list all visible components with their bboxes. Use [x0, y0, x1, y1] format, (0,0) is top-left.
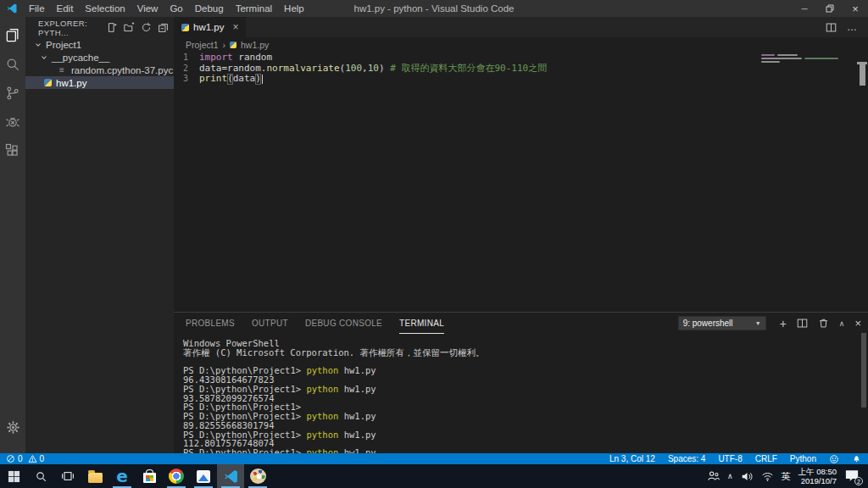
minimap[interactable] — [761, 54, 854, 64]
feedback-smiley-icon[interactable] — [829, 454, 839, 464]
vscode-logo-icon — [6, 3, 18, 14]
panel-tab-debug-console[interactable]: DEBUG CONSOLE — [305, 313, 382, 334]
kill-terminal-icon[interactable] — [818, 318, 829, 329]
terminal-line: PS D:\python\Project1> python hw1.py — [183, 385, 856, 394]
explorer-header: EXPLORER: PYTH... — [25, 17, 174, 36]
panel-tab-terminal[interactable]: TERMINAL — [399, 313, 444, 334]
new-terminal-icon[interactable]: + — [780, 319, 787, 328]
code-token: print — [199, 74, 227, 85]
task-view-icon[interactable] — [54, 464, 81, 488]
status-cursor-position[interactable]: Ln 3, Col 12 — [609, 454, 655, 463]
tree-item-project1[interactable]: Project1 — [25, 38, 174, 51]
menu-view[interactable]: View — [131, 0, 164, 17]
tree-item-label: __pycache__ — [52, 53, 109, 63]
menu-go[interactable]: Go — [164, 0, 188, 17]
terminal-command: python — [306, 411, 338, 421]
terminal-command: python — [306, 384, 338, 394]
paint-icon[interactable] — [244, 464, 271, 488]
new-file-icon[interactable] — [107, 22, 118, 33]
shell-selector-dropdown[interactable]: 9: powershell ▼ — [678, 316, 766, 330]
editor-group: hw1.py × … Project1 › hw1.py 1import ran… — [174, 17, 868, 453]
split-editor-icon[interactable] — [826, 22, 837, 33]
edge-icon[interactable]: e — [108, 464, 136, 488]
menu-debug[interactable]: Debug — [189, 0, 230, 17]
extensions-icon[interactable] — [0, 136, 25, 165]
start-button[interactable] — [0, 464, 27, 488]
tree-item-pycache[interactable]: __pycache__ — [25, 51, 174, 64]
restore-button[interactable] — [817, 0, 843, 17]
maximize-panel-icon[interactable]: ∧ — [839, 319, 845, 328]
terminal-command: python — [306, 365, 338, 375]
menu-file[interactable]: File — [23, 0, 51, 17]
breadcrumb-folder[interactable]: Project1 — [186, 40, 219, 50]
title-bar: FileEditSelectionViewGoDebugTerminalHelp… — [0, 0, 868, 17]
source-control-icon[interactable] — [0, 79, 25, 108]
code-token: data — [233, 74, 256, 85]
store-icon[interactable] — [136, 464, 163, 488]
collapse-all-icon[interactable] — [158, 22, 169, 33]
panel-tab-output[interactable]: OUTPUT — [252, 313, 288, 334]
code-editor[interactable]: 1import random2data=random.normalvariate… — [174, 52, 868, 312]
terminal-line: PS D:\python\Project1> python hw1.py — [183, 448, 856, 453]
refresh-icon[interactable] — [141, 22, 152, 33]
terminal-output[interactable]: Windows PowerShell著作權 (C) Microsoft Corp… — [174, 334, 868, 453]
menu-bar: FileEditSelectionViewGoDebugTerminalHelp — [23, 0, 310, 17]
terminal-line: PS D:\python\Project1> python hw1.py — [183, 430, 856, 440]
warnings-count: 0 — [40, 454, 45, 463]
status-indentation[interactable]: Spaces: 4 — [668, 454, 705, 463]
status-eol[interactable]: CRLF — [755, 454, 777, 463]
close-window-button[interactable]: × — [843, 0, 868, 17]
search-icon[interactable] — [0, 50, 25, 79]
explorer-icon[interactable] — [0, 21, 25, 50]
chrome-icon[interactable] — [163, 464, 190, 488]
errors-count: 0 — [18, 454, 23, 463]
problems-status[interactable]: 0 0 — [6, 454, 44, 463]
panel-tab-problems[interactable]: PROBLEMS — [186, 313, 235, 334]
errors-icon — [6, 454, 15, 463]
hidden-icons-chevron[interactable]: ∧ — [727, 472, 733, 480]
explorer-header-title: EXPLORER: PYTH... — [38, 19, 107, 37]
minimize-button[interactable]: ─ — [792, 0, 817, 17]
breadcrumb-file[interactable]: hw1.py — [241, 40, 269, 50]
vscode-taskbar-icon[interactable] — [217, 464, 244, 488]
code-token: 10 — [368, 64, 379, 75]
more-actions-icon[interactable]: … — [847, 25, 858, 30]
settings-gear-icon[interactable] — [0, 413, 25, 441]
explorer-actions — [107, 22, 169, 33]
file-explorer-icon[interactable] — [81, 464, 108, 488]
debug-icon[interactable] — [0, 108, 25, 136]
dropdown-arrow-icon: ▼ — [755, 320, 761, 326]
code-token: ) — [379, 64, 390, 75]
input-language-indicator[interactable]: 英 — [782, 470, 791, 483]
code-token: ) — [255, 74, 261, 85]
activity-bar — [0, 17, 25, 453]
editor-actions: … — [826, 17, 868, 37]
status-language-mode[interactable]: Python — [790, 454, 816, 463]
terminal-scrollbar[interactable] — [861, 333, 866, 408]
menu-terminal[interactable]: Terminal — [230, 0, 278, 17]
new-folder-icon[interactable] — [124, 22, 135, 33]
network-icon[interactable] — [761, 471, 774, 482]
taskbar-search-icon[interactable] — [27, 464, 54, 488]
notifications-bell-icon[interactable] — [852, 454, 861, 464]
volume-icon[interactable] — [741, 471, 754, 482]
people-icon[interactable] — [707, 470, 720, 482]
tree-item-random-cpython-37-pyc[interactable]: ≡random.cpython-37.pyc — [25, 64, 174, 76]
close-panel-icon[interactable]: × — [854, 317, 861, 330]
status-encoding[interactable]: UTF-8 — [718, 454, 742, 463]
action-center-icon[interactable]: 2 — [844, 469, 861, 484]
tab-close-icon[interactable]: × — [232, 21, 238, 33]
python-file-icon — [181, 24, 189, 31]
clock[interactable]: 上午 08:50 2019/10/7 — [798, 467, 837, 485]
line-number: 2 — [174, 64, 199, 75]
menu-help[interactable]: Help — [278, 0, 310, 17]
photos-app-icon[interactable] — [190, 464, 217, 488]
tree-item-hw1-py[interactable]: hw1.py — [25, 76, 174, 89]
line-number: 3 — [174, 74, 199, 85]
split-terminal-icon[interactable] — [797, 318, 808, 329]
tab-hw1py[interactable]: hw1.py × — [174, 17, 246, 37]
terminal-text: PS D:\python\Project1> — [183, 447, 306, 453]
editor-scrollbar[interactable] — [857, 62, 867, 86]
menu-edit[interactable]: Edit — [51, 0, 80, 17]
menu-selection[interactable]: Selection — [79, 0, 131, 17]
